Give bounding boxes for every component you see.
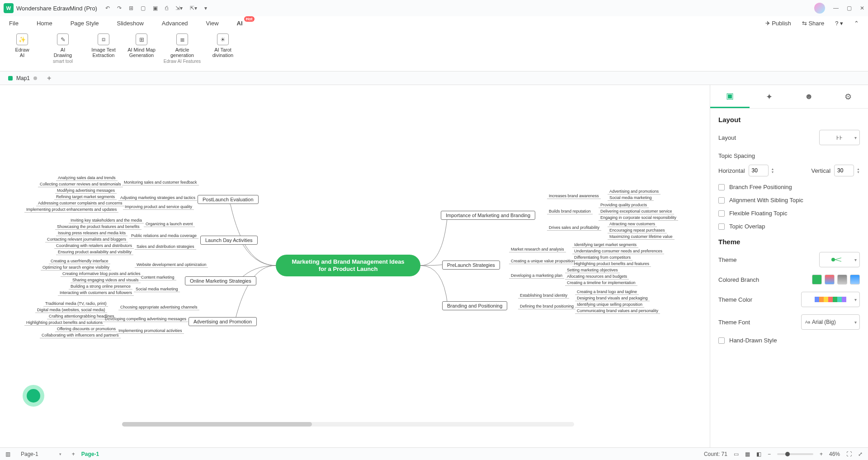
leaf[interactable]: Traditional media (TV, radio, print): [43, 301, 108, 307]
menu-slideshow[interactable]: Slideshow: [117, 20, 144, 27]
subtopic[interactable]: Choosing appropriate advertising channel…: [118, 305, 199, 310]
menu-page-style[interactable]: Page Style: [71, 20, 99, 27]
subtopic[interactable]: Drives sales and profitability: [547, 225, 601, 231]
leaf[interactable]: Showcasing the product features and bene…: [55, 224, 142, 230]
scrollbar-thumb[interactable]: [122, 422, 312, 427]
leaf[interactable]: Implementing product enhancements and up…: [24, 207, 118, 213]
leaf[interactable]: Differentiating from competitors: [572, 255, 632, 261]
view-mode-icon[interactable]: ▦: [745, 451, 750, 457]
fullscreen-icon[interactable]: ⤢: [858, 451, 863, 457]
leaf[interactable]: Identifying target market segments: [572, 242, 638, 248]
branch-importance[interactable]: Importance of Marketing and Branding: [441, 211, 535, 220]
leaf[interactable]: Engaging in corporate social responsibil…: [599, 215, 678, 221]
leaf[interactable]: Crafting attentiongrabbing headlines: [47, 314, 116, 319]
leaf[interactable]: Allocating resources and budgets: [565, 274, 629, 280]
minimize-icon[interactable]: —: [833, 5, 839, 11]
zoom-slider[interactable]: [777, 453, 813, 455]
leaf[interactable]: Contacting relevant journalists and blog…: [45, 237, 128, 242]
menu-file[interactable]: File: [9, 20, 19, 27]
close-icon[interactable]: ✕: [860, 5, 864, 11]
menu-view[interactable]: View: [206, 20, 219, 27]
share-button[interactable]: ⇆ Share: [802, 20, 824, 27]
subtopic[interactable]: Creating a unique value proposition: [509, 259, 577, 264]
stepper-icon[interactable]: ▲▼: [771, 167, 774, 174]
zoom-in-button[interactable]: +: [820, 451, 823, 457]
leaf[interactable]: Social media marketing: [608, 195, 654, 201]
leaf[interactable]: Refining target market segments: [54, 194, 117, 200]
ai-tarot-button[interactable]: ☀AI Tarotdivination: [205, 33, 241, 58]
print-icon[interactable]: ⎙: [165, 5, 168, 11]
subtopic[interactable]: Social media marketing: [134, 287, 180, 292]
leaf[interactable]: Sharing engaging videos and visuals: [71, 278, 141, 283]
swatch[interactable]: [812, 275, 822, 285]
horizontal-input[interactable]: ▲▼: [749, 165, 774, 176]
topic-overlap-checkbox[interactable]: Topic Overlap: [718, 223, 860, 230]
leaf[interactable]: Highlighting product benefits and soluti…: [24, 320, 104, 326]
subtopic[interactable]: Developing a marketing plan: [509, 273, 564, 279]
menu-home[interactable]: Home: [37, 20, 52, 27]
new-icon[interactable]: ⊞: [129, 5, 133, 11]
user-avatar[interactable]: [814, 3, 825, 14]
active-page-label[interactable]: Page-1: [81, 451, 99, 457]
leaf[interactable]: Communicating brand values and personali…: [575, 308, 660, 314]
help-icon[interactable]: ? ▾: [835, 20, 843, 27]
leaf[interactable]: Offering discounts or promotions: [55, 327, 118, 332]
leaf[interactable]: Providing quality products: [599, 203, 649, 208]
leaf[interactable]: Creating a userfriendly interface: [49, 259, 110, 264]
subtopic[interactable]: Website development and optimization: [135, 262, 208, 268]
stepper-icon[interactable]: ▲▼: [857, 167, 860, 174]
menu-advanced[interactable]: Advanced: [162, 20, 188, 27]
menu-ai[interactable]: AIHot: [237, 20, 243, 27]
canvas[interactable]: Marketing and Brand Management Ideasfor …: [0, 85, 710, 447]
horizontal-scrollbar[interactable]: [122, 422, 574, 427]
style-tab[interactable]: ✦: [750, 85, 789, 108]
subtopic[interactable]: Builds brand reputation: [547, 209, 593, 214]
swatch[interactable]: [825, 275, 835, 285]
leaf[interactable]: Identifying unique selling proposition: [575, 302, 644, 308]
zoom-level[interactable]: 46%: [829, 451, 840, 457]
icon-tab[interactable]: ☻: [789, 85, 829, 108]
leaf[interactable]: Maximizing customer lifetime value: [608, 234, 675, 240]
leaf[interactable]: Designing brand visuals and packaging: [575, 296, 650, 301]
subtopic[interactable]: Improving product and service quality: [123, 204, 194, 210]
leaf[interactable]: Advertising and promotions: [608, 189, 660, 194]
subtopic[interactable]: Increases brand awareness: [547, 194, 601, 199]
leaf[interactable]: Building a strong online presence: [69, 284, 132, 289]
ai-mind-map-button[interactable]: ⊞AI Mind MapGeneration: [124, 33, 159, 58]
leaf[interactable]: Analyzing sales data and trends: [56, 175, 118, 181]
import-icon[interactable]: ⇱▾: [190, 5, 197, 11]
layout-tab[interactable]: ▣: [710, 85, 750, 108]
swatch[interactable]: [850, 275, 860, 285]
leaf[interactable]: Collaborating with influencers and partn…: [40, 333, 121, 338]
add-tab-button[interactable]: +: [47, 74, 51, 82]
document-tab[interactable]: Map1: [4, 75, 42, 81]
open-icon[interactable]: ▢: [141, 5, 146, 11]
page-select[interactable]: Page-1▾: [17, 450, 66, 459]
fit-screen-icon[interactable]: ⛶: [846, 451, 852, 457]
flexible-floating-checkbox[interactable]: Flexible Floating Topic: [718, 210, 860, 217]
leaf[interactable]: Digital media (websites, social media): [35, 308, 107, 313]
branch-free-checkbox[interactable]: Branch Free Positioning: [718, 184, 860, 190]
subtopic[interactable]: Organizing a launch event: [144, 222, 195, 227]
ai-drawing-button[interactable]: ✎AIDrawing: [45, 33, 80, 58]
undo-icon[interactable]: ↶: [105, 5, 110, 11]
subtopic[interactable]: Defining the brand positioning: [518, 304, 576, 309]
leaf[interactable]: Optimizing for search engine visibility: [41, 265, 111, 270]
branch-advertising[interactable]: Advertising and Promotion: [189, 317, 257, 326]
export-icon[interactable]: ⇲▾: [175, 5, 183, 11]
branch-prelaunch[interactable]: PreLaunch Strategies: [442, 261, 500, 270]
branch-online-marketing[interactable]: Online Marketing Strategies: [185, 276, 256, 285]
leaf[interactable]: Setting marketing objectives: [565, 268, 620, 273]
subtopic[interactable]: Public relations and media coverage: [129, 233, 198, 239]
theme-select[interactable]: [819, 252, 860, 267]
subtopic[interactable]: Sales and distribution strategies: [135, 244, 196, 250]
subtopic[interactable]: Adjusting marketing strategies and tacti…: [118, 195, 197, 201]
ai-assistant-button[interactable]: [23, 385, 44, 407]
central-topic[interactable]: Marketing and Brand Management Ideasfor …: [276, 255, 420, 276]
image-text-extraction-button[interactable]: ⧈Image TextExtraction: [86, 33, 121, 58]
view-mode-icon[interactable]: ◧: [756, 451, 761, 457]
layout-select[interactable]: ⊦⊦: [819, 130, 860, 145]
leaf[interactable]: Understanding consumer needs and prefere…: [572, 249, 664, 254]
theme-color-select[interactable]: [801, 292, 860, 307]
redo-icon[interactable]: ↷: [117, 5, 122, 11]
